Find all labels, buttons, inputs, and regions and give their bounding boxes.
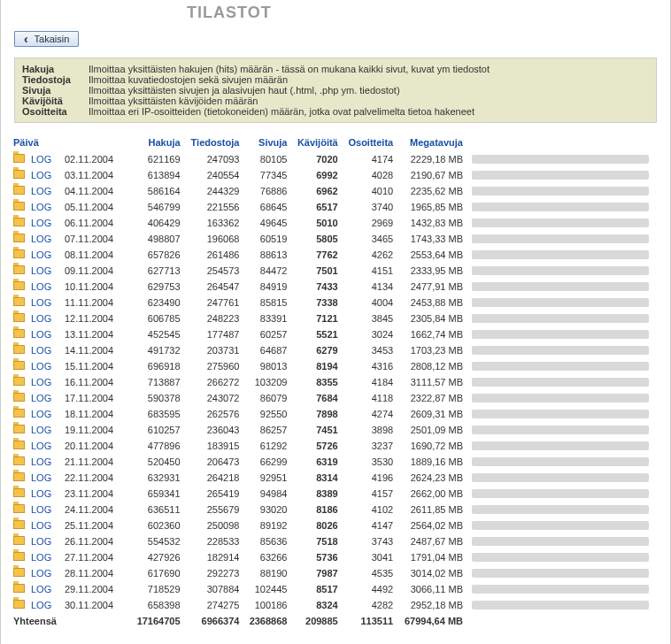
- log-link[interactable]: LOG: [27, 374, 61, 390]
- cell-mb: 2235,62 MB: [397, 183, 467, 199]
- log-link[interactable]: LOG: [27, 518, 61, 533]
- cell-addresses: 3041: [342, 549, 397, 565]
- log-link[interactable]: LOG: [27, 438, 61, 454]
- folder-icon: [13, 504, 25, 513]
- table-row: LOG11.11.2004623490247761858157338400424…: [10, 295, 661, 310]
- cell-date: 05.11.2004: [61, 199, 130, 215]
- log-link[interactable]: LOG: [27, 326, 61, 342]
- cell-visitors: 7121: [290, 310, 341, 326]
- table-row: LOG14.11.2004491732203731646876279345317…: [10, 342, 661, 358]
- log-link[interactable]: LOG: [27, 183, 61, 199]
- cell-date: 11.11.2004: [61, 295, 130, 310]
- log-link[interactable]: LOG: [27, 247, 61, 263]
- log-link[interactable]: LOG: [27, 470, 61, 486]
- log-link[interactable]: LOG: [27, 406, 61, 422]
- log-link[interactable]: LOG: [27, 565, 61, 581]
- legend-term: Osoitteita: [22, 106, 89, 117]
- log-link[interactable]: LOG: [27, 486, 61, 502]
- cell-hits: 546799: [130, 199, 184, 215]
- log-link[interactable]: LOG: [27, 422, 61, 438]
- cell-mb: 2190,67 MB: [397, 167, 467, 183]
- usage-bar: [472, 234, 649, 243]
- cell-pages: 68645: [243, 199, 290, 215]
- cell-mb: 2662,00 MB: [397, 486, 467, 502]
- cell-pages: 66299: [243, 454, 290, 470]
- legend-desc: Ilmoittaa yksittäisten sivujen ja alasiv…: [89, 85, 400, 96]
- log-link[interactable]: LOG: [27, 581, 61, 597]
- cell-date: 21.11.2004: [61, 454, 130, 470]
- log-link[interactable]: LOG: [27, 390, 61, 406]
- cell-mb: 2609,31 MB: [397, 406, 467, 422]
- cell-visitors: 5521: [290, 326, 341, 342]
- folder-icon: [13, 265, 25, 274]
- folder-icon: [13, 536, 25, 545]
- cell-pages: 76886: [243, 183, 290, 199]
- totals-visitors: 209885: [290, 613, 341, 629]
- cell-date: 08.11.2004: [61, 247, 130, 263]
- log-link[interactable]: LOG: [27, 454, 61, 470]
- log-link[interactable]: LOG: [27, 215, 61, 231]
- cell-files: 264547: [184, 279, 243, 295]
- log-link[interactable]: LOG: [27, 533, 61, 549]
- cell-visitors: 8186: [290, 502, 341, 518]
- cell-visitors: 5736: [290, 549, 341, 565]
- log-link[interactable]: LOG: [27, 199, 61, 215]
- table-row: LOG29.11.2004718529307884102445851744923…: [10, 581, 661, 597]
- cell-hits: 613894: [130, 167, 184, 183]
- usage-bar: [472, 171, 649, 180]
- log-link[interactable]: LOG: [27, 295, 61, 310]
- cell-addresses: 4157: [342, 486, 397, 502]
- cell-mb: 3111,57 MB: [397, 374, 467, 390]
- cell-hits: 617690: [130, 565, 184, 581]
- cell-hits: 554532: [130, 533, 184, 549]
- log-link[interactable]: LOG: [27, 502, 61, 518]
- table-row: LOG15.11.2004696918275960980138194431628…: [10, 358, 661, 374]
- log-link[interactable]: LOG: [27, 151, 61, 167]
- folder-icon: [13, 488, 25, 497]
- cell-files: 265419: [184, 486, 243, 502]
- legend-row: TiedostojaIlmoittaa kuvatiedostojen sekä…: [22, 74, 649, 85]
- log-link[interactable]: LOG: [27, 342, 61, 358]
- cell-date: 24.11.2004: [61, 502, 130, 518]
- page-title: TILASTOT: [10, 0, 661, 29]
- cell-pages: 93020: [243, 502, 290, 518]
- cell-files: 203731: [184, 342, 243, 358]
- folder-icon: [13, 218, 25, 226]
- log-link[interactable]: LOG: [27, 167, 61, 183]
- usage-bar: [472, 553, 649, 562]
- log-link[interactable]: LOG: [27, 279, 61, 295]
- log-link[interactable]: LOG: [27, 231, 61, 247]
- cell-date: 12.11.2004: [61, 310, 130, 326]
- cell-date: 14.11.2004: [61, 342, 130, 358]
- log-link[interactable]: LOG: [27, 358, 61, 374]
- cell-addresses: 4184: [342, 374, 397, 390]
- cell-files: 243072: [184, 390, 243, 406]
- log-link[interactable]: LOG: [27, 597, 61, 613]
- folder-icon: [13, 409, 25, 418]
- log-link[interactable]: LOG: [27, 263, 61, 279]
- cell-files: 177487: [184, 326, 243, 342]
- cell-pages: 49645: [243, 215, 290, 231]
- legend-desc: Ilmoittaa kuvatiedostojen sekä sivujen m…: [89, 74, 288, 85]
- folder-icon: [13, 154, 25, 163]
- cell-addresses: 3898: [342, 422, 397, 438]
- legend-row: HakujaIlmoittaa yksittäisten hakujen (hi…: [22, 64, 649, 74]
- usage-bar: [472, 441, 649, 450]
- log-link[interactable]: LOG: [27, 310, 61, 326]
- cell-files: 254573: [184, 263, 243, 279]
- usage-bar: [472, 521, 649, 530]
- cell-addresses: 3743: [342, 533, 397, 549]
- cell-hits: 632931: [130, 470, 184, 486]
- legend-term: Tiedostoja: [22, 74, 89, 85]
- log-link[interactable]: LOG: [27, 549, 61, 565]
- cell-files: 221556: [184, 199, 243, 215]
- cell-pages: 88613: [243, 247, 290, 263]
- cell-date: 15.11.2004: [61, 358, 130, 374]
- cell-date: 23.11.2004: [61, 486, 130, 502]
- cell-pages: 63266: [243, 549, 290, 565]
- folder-icon: [13, 568, 25, 577]
- cell-mb: 1703,23 MB: [397, 342, 467, 358]
- cell-files: 261486: [184, 247, 243, 263]
- back-button[interactable]: Takaisin: [14, 31, 79, 47]
- cell-addresses: 4262: [342, 247, 397, 263]
